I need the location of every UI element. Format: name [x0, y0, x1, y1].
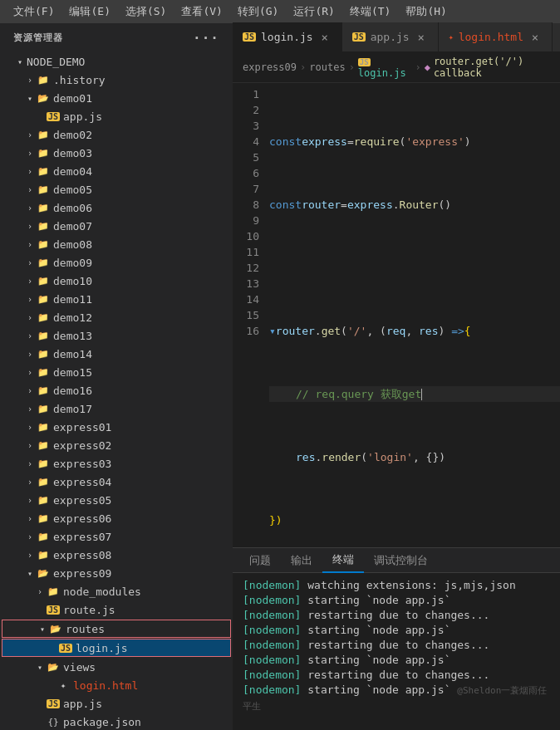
item-label: package.json — [63, 716, 141, 728]
sidebar-item-demo12[interactable]: ›📁demo12 — [0, 308, 233, 326]
breadcrumb-part4: ◆ — [425, 61, 430, 73]
tab-output[interactable]: 输出 — [281, 548, 322, 573]
sidebar-item-express09-appjs[interactable]: › JS app.js — [0, 694, 233, 713]
sidebar-item-views[interactable]: ▾ 📂 views — [0, 658, 233, 676]
arrow-icon: › — [23, 238, 37, 251]
folder-icon: 📂 — [49, 622, 62, 635]
sidebar-item-loginhtml[interactable]: › ✦ login.html — [0, 676, 233, 694]
menu-file[interactable]: 文件(F) — [7, 1, 61, 22]
sidebar-item-express04[interactable]: ›📁express04 — [0, 473, 233, 491]
sidebar-item-demo06[interactable]: ›📁demo06 — [0, 198, 233, 217]
sidebar-item-demo07[interactable]: ›📁demo07 — [0, 217, 233, 235]
arrow-icon: › — [23, 256, 37, 269]
sidebar-item-express08[interactable]: ›📁express08 — [0, 546, 233, 564]
sidebar-item-demo15[interactable]: ›📁demo15 — [0, 363, 233, 381]
sidebar-item-demo01[interactable]: ▾ 📂 demo01 — [0, 89, 233, 107]
sidebar-item-node-modules[interactable]: › 📁 node_modules — [0, 582, 233, 600]
tab-bar: JS login.js × JS app.js × ✦ login.html × — [233, 23, 560, 52]
menu-bar: 文件(F) 编辑(E) 选择(S) 查看(V) 转到(G) 运行(R) 终端(T… — [0, 0, 560, 23]
folder-icon: 📁 — [37, 219, 50, 233]
arrow-icon: › — [23, 420, 37, 434]
folder-icon: 📁 — [37, 274, 50, 287]
item-label: app.js — [63, 698, 102, 710]
sidebar-item-demo02[interactable]: ›📁demo02 — [0, 125, 233, 144]
js-icon: JS — [59, 641, 72, 654]
menu-edit[interactable]: 编辑(E) — [62, 1, 116, 22]
sidebar-item-demo10[interactable]: ›📁demo10 — [0, 272, 233, 290]
item-label: express05 — [53, 494, 111, 507]
sidebar-more-button[interactable]: ··· — [193, 30, 219, 46]
breadcrumb: express09 › routes › JS login.js › ◆ rou… — [233, 52, 560, 83]
tab-debug-console[interactable]: 调试控制台 — [364, 548, 438, 573]
sidebar-item-demo01-appjs[interactable]: › JS app.js — [0, 107, 233, 125]
tab-js-icon: JS — [352, 32, 366, 42]
arrow-icon: › — [23, 183, 37, 196]
arrow-icon: ▾ — [36, 622, 49, 635]
terminal-line-6: [nodemon] starting `node app.js` — [243, 653, 550, 668]
arrow-icon: › — [23, 329, 37, 342]
sidebar-item-packagejson[interactable]: › {} package.json — [0, 713, 233, 730]
sidebar-item-demo08[interactable]: ›📁demo08 — [0, 235, 233, 253]
menu-help[interactable]: 帮助(H) — [399, 1, 453, 22]
tab-loginjs[interactable]: JS login.js × — [233, 22, 342, 51]
arrow-icon: › — [23, 457, 37, 470]
sidebar-item-loginjs[interactable]: › JS login.js — [2, 639, 231, 657]
tab-problems[interactable]: 问题 — [239, 548, 281, 573]
terminal-line-8: [nodemon] starting `node app.js` @Sheldo… — [243, 683, 550, 714]
code-line-7: }) — [269, 512, 560, 528]
sidebar-item-demo03[interactable]: ›📁demo03 — [0, 144, 233, 162]
arrow-icon: › — [33, 585, 47, 598]
folder-icon: 📁 — [37, 128, 50, 141]
sidebar-item-routejs[interactable]: › JS route.js — [0, 600, 233, 619]
sidebar-item-demo16[interactable]: ›📁demo16 — [0, 381, 233, 399]
sidebar-item-demo05[interactable]: ›📁demo05 — [0, 180, 233, 198]
tab-label: login.html — [459, 31, 523, 43]
sidebar-item-express06[interactable]: ›📁express06 — [0, 509, 233, 527]
menu-select[interactable]: 选择(S) — [119, 1, 173, 22]
sidebar-item-express02[interactable]: ›📁express02 — [0, 436, 233, 454]
sidebar-item-express03[interactable]: ›📁express03 — [0, 454, 233, 473]
terminal-tabs: 问题 输出 终端 调试控制台 — [233, 548, 560, 573]
folder-icon: 📁 — [37, 292, 50, 306]
sidebar-item-history[interactable]: › 📁 .history — [0, 71, 233, 89]
folder-icon: 📁 — [37, 512, 50, 525]
sidebar-item-express05[interactable]: ›📁express05 — [0, 491, 233, 509]
menu-run[interactable]: 运行(R) — [287, 1, 341, 22]
sidebar-item-demo09[interactable]: ›📁demo09 — [0, 253, 233, 272]
menu-goto[interactable]: 转到(G) — [231, 1, 285, 22]
sidebar-item-demo14[interactable]: ›📁demo14 — [0, 345, 233, 363]
item-label: express02 — [53, 439, 111, 452]
tab-close-button[interactable]: × — [318, 31, 332, 44]
tab-close-button[interactable]: × — [528, 31, 542, 44]
menu-view[interactable]: 查看(V) — [174, 1, 228, 22]
item-label: node_modules — [63, 585, 141, 598]
sidebar-item-demo17[interactable]: ›📁demo17 — [0, 399, 233, 418]
tab-loginhtml[interactable]: ✦ login.html × — [439, 22, 553, 51]
terminal-line-5: [nodemon] restarting due to changes... — [243, 638, 550, 653]
tab-terminal[interactable]: 终端 — [322, 548, 364, 573]
sidebar-item-root[interactable]: ▾ NODE_DEMO — [0, 52, 233, 71]
item-label: demo10 — [53, 275, 92, 287]
arrow-icon: › — [23, 402, 37, 415]
arrow-icon: › — [23, 311, 37, 324]
terminal-panel: 问题 输出 终端 调试控制台 [nodemon] watching extens… — [233, 547, 560, 730]
item-label: demo13 — [53, 330, 92, 342]
sidebar-item-express01[interactable]: ›📁express01 — [0, 418, 233, 436]
tab-appjs[interactable]: JS app.js × — [342, 22, 439, 51]
arrow-icon: › — [23, 201, 37, 214]
folder-icon: 📂 — [37, 566, 50, 580]
item-label: views — [63, 661, 96, 674]
sidebar-item-express09[interactable]: ▾ 📂 express09 — [0, 564, 233, 582]
sidebar-item-demo11[interactable]: ›📁demo11 — [0, 290, 233, 308]
sidebar-item-routes[interactable]: ▾ 📂 routes — [2, 620, 231, 638]
arrow-icon: ▾ — [23, 566, 37, 580]
arrow-icon: › — [23, 128, 37, 141]
menu-terminal[interactable]: 终端(T) — [343, 1, 397, 22]
sidebar-item-demo04[interactable]: ›📁demo04 — [0, 162, 233, 180]
breadcrumb-sep: › — [415, 61, 420, 73]
sidebar-item-demo13[interactable]: ›📁demo13 — [0, 326, 233, 345]
tab-close-button[interactable]: × — [415, 31, 428, 44]
code-editor[interactable]: 1 2 3 4 5 6 7 8 9 10 11 12 13 14 15 16 c… — [233, 83, 560, 547]
terminal-line-7: [nodemon] restarting due to changes... — [243, 668, 550, 683]
sidebar-item-express07[interactable]: ›📁express07 — [0, 527, 233, 546]
